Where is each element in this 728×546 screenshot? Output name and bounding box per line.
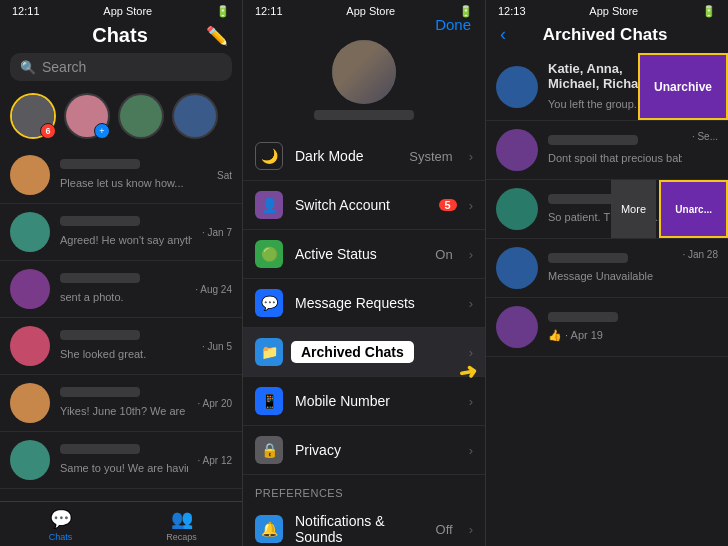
chat-time: · Apr 20 xyxy=(198,398,232,409)
chat-info: sent a photo. xyxy=(60,273,185,305)
active-status-icon: 🟢 xyxy=(255,240,283,268)
chat-name xyxy=(60,273,140,283)
story-4[interactable] xyxy=(172,93,218,139)
settings-item-mobile-number[interactable]: 📱 Mobile Number › xyxy=(243,377,485,426)
chat-info: Agreed! He won't say anything... xyxy=(60,216,192,248)
dark-mode-value: System xyxy=(409,149,452,164)
arc-info: Message Unavailable xyxy=(548,253,672,284)
avatar xyxy=(496,66,538,108)
archived-header: ‹ Archived Chats xyxy=(486,20,728,53)
preferences-section-header: PREFERENCES xyxy=(243,475,485,503)
story-add-icon: + xyxy=(94,123,110,139)
archived-item-3[interactable]: So patient. Thank you.... · Jul 17 More … xyxy=(486,180,728,239)
story-3[interactable] xyxy=(118,93,164,139)
archived-item-4[interactable]: Message Unavailable · Jan 28 xyxy=(486,239,728,298)
settings-header: Done xyxy=(243,20,485,32)
profile-name xyxy=(314,110,414,120)
done-button[interactable]: Done xyxy=(435,16,471,33)
time-2: 12:11 xyxy=(255,5,283,17)
chat-name xyxy=(60,444,140,454)
settings-item-dark-mode[interactable]: 🌙 Dark Mode System › xyxy=(243,132,485,181)
chat-item[interactable]: Agreed! He won't say anything... · Jan 7 xyxy=(0,204,242,261)
chat-item[interactable]: sent a photo. · Aug 24 xyxy=(0,261,242,318)
avatar xyxy=(496,306,538,348)
arc-name xyxy=(548,312,618,322)
settings-item-privacy[interactable]: 🔒 Privacy › xyxy=(243,426,485,475)
chat-time: · Aug 24 xyxy=(195,284,232,295)
archived-chats-icon: 📁 xyxy=(255,338,283,366)
arc-time: · Jan 28 xyxy=(682,249,718,260)
chevron-icon: › xyxy=(469,522,473,537)
status-bar-3: 12:13 App Store 🔋 xyxy=(486,0,728,20)
recaps-tab-icon: 👥 xyxy=(171,508,193,530)
status-bar-1: 12:11 App Store 🔋 xyxy=(0,0,242,20)
chevron-icon: › xyxy=(469,198,473,213)
time-1: 12:11 xyxy=(12,5,40,17)
archived-item-2[interactable]: Dont spoil that precious baby... · Se... xyxy=(486,121,728,180)
chat-item[interactable]: Yikes! June 10th? We are ex... · Apr 20 xyxy=(0,375,242,432)
mobile-number-icon: 📱 xyxy=(255,387,283,415)
more-button[interactable]: More xyxy=(611,180,656,238)
chat-item[interactable]: Please let us know how... Sat xyxy=(0,147,242,204)
chat-item[interactable]: Same to you! We are having... · Apr 12 xyxy=(0,432,242,489)
unarchive-button[interactable]: Unarchive xyxy=(638,53,728,120)
profile-avatar[interactable] xyxy=(332,40,396,104)
chats-tab-label: Chats xyxy=(49,532,73,542)
edit-icon[interactable]: ✏️ xyxy=(206,25,228,47)
switch-account-badge: 5 xyxy=(439,199,457,211)
profile-section xyxy=(243,32,485,132)
notifications-value: Off xyxy=(436,522,453,537)
settings-panel: 12:11 App Store 🔋 Done 🌙 Dark Mode Syste… xyxy=(243,0,486,546)
arc-info: 👍 · Apr 19 xyxy=(548,312,718,343)
arc-msg: You left the group. xyxy=(548,98,637,110)
archived-item-1[interactable]: Katie, Anna, Michael, Richard You left t… xyxy=(486,53,728,121)
privacy-label: Privacy xyxy=(295,442,457,458)
settings-item-message-requests[interactable]: 💬 Message Requests › xyxy=(243,279,485,328)
chat-name xyxy=(60,330,140,340)
chat-name xyxy=(60,159,140,169)
chevron-icon: › xyxy=(469,296,473,311)
tab-recaps[interactable]: 👥 Recaps xyxy=(121,508,242,542)
settings-list: 🌙 Dark Mode System › 👤 Switch Account 5 … xyxy=(243,132,485,546)
unarchive-button-2[interactable]: Unarc... xyxy=(659,180,728,238)
chat-msg: Please let us know how... xyxy=(60,177,184,189)
story-1[interactable]: 6 xyxy=(10,93,56,139)
active-status-value: On xyxy=(435,247,452,262)
bottom-tab-bar: 💬 Chats 👥 Recaps xyxy=(0,501,242,546)
chevron-icon: › xyxy=(469,443,473,458)
settings-item-notifications[interactable]: 🔔 Notifications & Sounds Off › xyxy=(243,503,485,546)
chat-info: Same to you! We are having... xyxy=(60,444,188,476)
arc-msg: Dont spoil that precious baby... xyxy=(548,152,682,164)
chat-time: Sat xyxy=(217,170,232,181)
chat-info: Yikes! June 10th? We are ex... xyxy=(60,387,188,419)
chat-name xyxy=(60,216,140,226)
archived-chats-panel: 12:13 App Store 🔋 ‹ Archived Chats Katie… xyxy=(486,0,728,546)
dark-mode-icon: 🌙 xyxy=(255,142,283,170)
settings-item-active-status[interactable]: 🟢 Active Status On › xyxy=(243,230,485,279)
chat-msg: Yikes! June 10th? We are ex... xyxy=(60,405,188,417)
search-icon: 🔍 xyxy=(20,60,36,75)
active-status-label: Active Status xyxy=(295,246,423,262)
chat-msg: She looked great. xyxy=(60,348,146,360)
avatar xyxy=(10,269,50,309)
archived-item-5[interactable]: 👍 · Apr 19 xyxy=(486,298,728,357)
chevron-icon: › xyxy=(469,247,473,262)
chat-time: · Jun 5 xyxy=(202,341,232,352)
chat-list: Please let us know how... Sat Agreed! He… xyxy=(0,147,242,501)
story-2[interactable]: + xyxy=(64,93,110,139)
switch-account-label: Switch Account xyxy=(295,197,427,213)
settings-item-switch-account[interactable]: 👤 Switch Account 5 › xyxy=(243,181,485,230)
search-bar[interactable]: 🔍 Search xyxy=(10,53,232,81)
back-button[interactable]: ‹ xyxy=(500,24,506,45)
settings-item-archived-chats[interactable]: 📁 Archived Chats › Archived Chats xyxy=(243,328,485,377)
chat-time: · Apr 12 xyxy=(198,455,232,466)
search-placeholder: Search xyxy=(42,59,86,75)
chat-info: Please let us know how... xyxy=(60,159,207,191)
chats-tab-icon: 💬 xyxy=(50,508,72,530)
story-badge: 6 xyxy=(40,123,56,139)
avatar xyxy=(10,212,50,252)
tab-chats[interactable]: 💬 Chats xyxy=(0,508,121,542)
carrier-1: App Store xyxy=(103,5,152,17)
chevron-icon: › xyxy=(469,345,473,360)
chat-item[interactable]: She looked great. · Jun 5 xyxy=(0,318,242,375)
